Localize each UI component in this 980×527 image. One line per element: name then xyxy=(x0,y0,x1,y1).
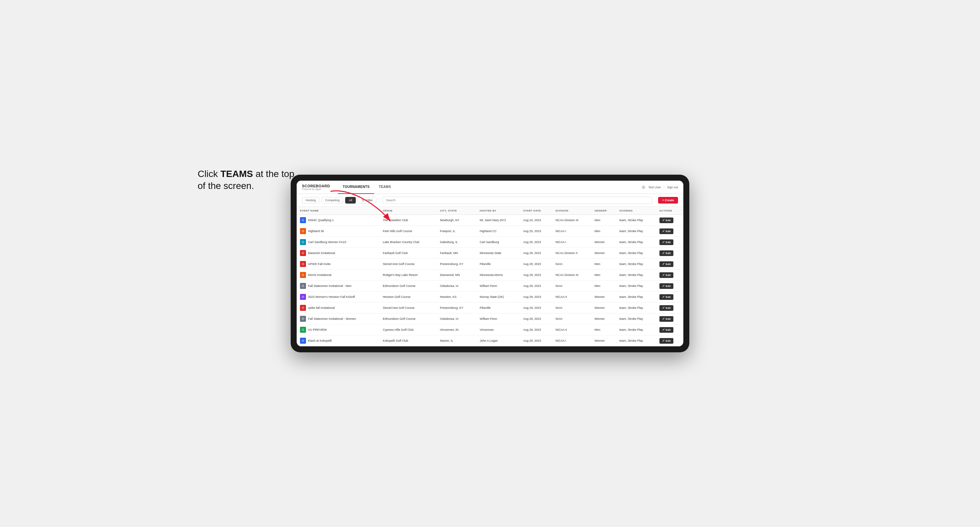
edit-button[interactable]: Edit xyxy=(659,217,673,223)
table-row: Maverick Invitational Faribault Golf Clu… xyxy=(297,248,683,259)
cell-gender: Women xyxy=(591,313,616,324)
cell-hosted-by: Murray State (OK) xyxy=(476,292,520,303)
cell-event-name: VU PREVIEW xyxy=(297,324,379,335)
edit-button[interactable]: Edit xyxy=(659,272,673,278)
cell-city-state: Galesburg, IL xyxy=(436,237,476,248)
edit-icon xyxy=(662,252,665,254)
cell-gender: Women xyxy=(591,335,616,346)
event-cell: UPIKE Fall Invite xyxy=(300,261,376,267)
edit-icon xyxy=(662,295,665,298)
cell-event-name: Fall Statesmen Invitational - Men xyxy=(297,281,379,292)
event-icon-svg xyxy=(301,317,305,321)
cell-city-state: Freeport, IL xyxy=(436,226,476,237)
edit-icon xyxy=(662,317,665,320)
cell-venue: Edmundson Golf Course xyxy=(379,313,436,324)
cell-scoring: team, Stroke Play xyxy=(616,281,656,292)
instruction-bold: TEAMS xyxy=(220,169,253,179)
col-event-name: EVENT NAME xyxy=(297,207,379,215)
cell-city-state: Prestonsburg, KY xyxy=(436,303,476,313)
cell-start-date: Aug 28, 2023 xyxy=(520,281,552,292)
cell-venue: Faribault Golf Club xyxy=(379,248,436,259)
create-btn[interactable]: + Create xyxy=(658,197,678,203)
edit-button[interactable]: Edit xyxy=(659,261,673,267)
svg-point-8 xyxy=(302,252,304,254)
event-name: Fall Statesmen Invitational - Men xyxy=(308,284,352,287)
event-icon-svg xyxy=(301,251,305,255)
svg-point-7 xyxy=(302,241,304,243)
cell-gender: Men xyxy=(591,324,616,335)
tab-tournaments[interactable]: TOURNAMENTS xyxy=(338,181,374,194)
cell-division: NICAA II xyxy=(552,292,591,303)
hosting-filter-btn[interactable]: Hosting xyxy=(302,197,320,203)
cell-division: NCAA Division III xyxy=(552,270,591,281)
edit-button[interactable]: Edit xyxy=(659,338,673,344)
competing-filter-btn[interactable]: Competing xyxy=(321,197,344,203)
event-name: MSMC Qualifying 1 xyxy=(308,219,334,222)
col-city-state: CITY, STATE xyxy=(436,207,476,215)
svg-point-1 xyxy=(643,186,644,187)
instruction-text: Click TEAMS at the top of the screen. xyxy=(198,168,298,192)
table-row: 2023 Women's Hesston Fall Kickoff Hessto… xyxy=(297,292,683,303)
svg-point-13 xyxy=(302,306,304,309)
cell-actions: Edit xyxy=(656,248,683,259)
cell-hosted-by: William Penn xyxy=(476,313,520,324)
edit-button[interactable]: Edit xyxy=(659,251,673,256)
edit-button[interactable]: Edit xyxy=(659,327,673,333)
cell-city-state: Oskaloosa, IA xyxy=(436,281,476,292)
event-cell: Klash at Kokopelli xyxy=(300,338,376,344)
cell-gender: Women xyxy=(591,248,616,259)
user-name: Test User xyxy=(649,186,661,189)
svg-point-10 xyxy=(302,274,304,276)
cell-division: NCAA Division II xyxy=(552,248,591,259)
edit-button[interactable]: Edit xyxy=(659,316,673,322)
cell-event-name: Fall Statesmen Invitational - Women xyxy=(297,313,379,324)
event-icon-svg xyxy=(301,240,305,244)
cell-start-date: Aug 28, 2023 xyxy=(520,313,552,324)
filter-btn[interactable]: Filter xyxy=(358,197,376,203)
cell-gender: Women xyxy=(591,237,616,248)
search-input[interactable] xyxy=(382,197,652,204)
event-icon xyxy=(300,272,306,278)
edit-icon xyxy=(662,241,665,243)
svg-point-15 xyxy=(302,329,304,331)
cell-scoring: team, Stroke Play xyxy=(616,292,656,303)
cell-hosted-by: William Penn xyxy=(476,281,520,292)
filter-icon xyxy=(361,198,365,202)
col-hosted-by: HOSTED BY xyxy=(476,207,520,215)
edit-button[interactable]: Edit xyxy=(659,229,673,234)
cell-city-state: Faribault, MN xyxy=(436,248,476,259)
cell-division: NAIA xyxy=(552,281,591,292)
table-container: EVENT NAME VENUE CITY, STATE HOSTED BY S… xyxy=(297,207,683,346)
event-cell: Carl Sandburg Women FA23 xyxy=(300,239,376,245)
cell-actions: Edit xyxy=(656,303,683,313)
table-body: MSMC Qualifying 1 The Powelton Club Newb… xyxy=(297,215,683,346)
cell-start-date: Aug 28, 2023 xyxy=(520,335,552,346)
cell-event-name: UPIKE Fall Invite xyxy=(297,259,379,270)
event-icon xyxy=(300,250,306,256)
col-division: DIVISION xyxy=(552,207,591,215)
cell-scoring: team, Stroke Play xyxy=(616,335,656,346)
cell-scoring: team, Stroke Play xyxy=(616,237,656,248)
all-filter-btn[interactable]: All xyxy=(345,197,356,203)
event-icon xyxy=(300,261,306,267)
event-cell: upike fall invitational xyxy=(300,305,376,311)
svg-point-12 xyxy=(302,295,304,298)
settings-icon[interactable] xyxy=(641,185,646,190)
cell-scoring: team, Stroke Play xyxy=(616,226,656,237)
edit-button[interactable]: Edit xyxy=(659,294,673,300)
tablet-screen: SCOREBOARD Powered by clippit TOURNAMENT… xyxy=(297,181,683,346)
col-actions: ACTIONS xyxy=(656,207,683,215)
signout-link[interactable]: Sign out xyxy=(667,186,678,189)
cell-start-date: Aug 28, 2023 xyxy=(520,248,552,259)
edit-button[interactable]: Edit xyxy=(659,305,673,311)
event-name: Maverick Invitational xyxy=(308,251,335,255)
edit-button[interactable]: Edit xyxy=(659,283,673,289)
cell-division: NICAA I xyxy=(552,335,591,346)
edit-button[interactable]: Edit xyxy=(659,240,673,245)
cell-city-state: Deerwood, MN xyxy=(436,270,476,281)
cell-city-state: Vincennes, IN xyxy=(436,324,476,335)
logo-title: SCOREBOARD xyxy=(302,184,330,188)
event-icon-svg xyxy=(301,262,305,266)
tab-teams[interactable]: TEAMS xyxy=(374,181,396,194)
event-icon-svg xyxy=(301,229,305,233)
